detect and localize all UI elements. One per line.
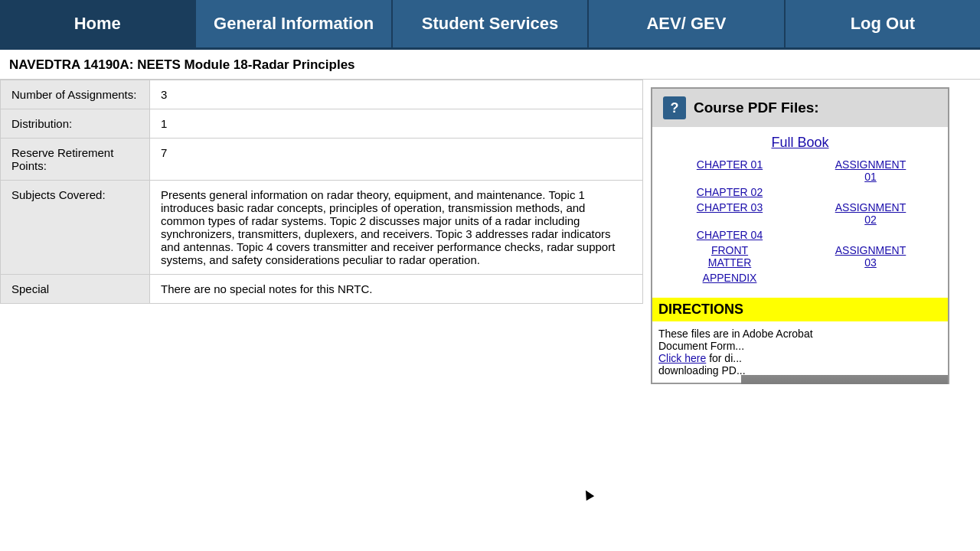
front-matter-link[interactable]: FRONTMATTER bbox=[663, 244, 796, 269]
help-icon: ? bbox=[663, 96, 686, 119]
nav-aev-gev[interactable]: AEV/ GEV bbox=[589, 0, 785, 47]
table-row: SpecialThere are no special notes for th… bbox=[1, 275, 643, 304]
page-title: NAVEDTRA 14190A: NEETS Module 18-Radar P… bbox=[0, 50, 980, 80]
pdf-links-grid: CHAPTER 01 ASSIGNMENT01 CHAPTER 02 CHAPT… bbox=[663, 158, 937, 284]
main-nav: Home General Information Student Service… bbox=[0, 0, 980, 50]
nav-general-information[interactable]: General Information bbox=[196, 0, 392, 47]
panel-body: Full Book CHAPTER 01 ASSIGNMENT01 CHAPTE… bbox=[652, 127, 948, 298]
panel-header: ? Course PDF Files: bbox=[652, 89, 948, 127]
assignment02-link[interactable]: ASSIGNMENT02 bbox=[804, 201, 937, 226]
row-value: 7 bbox=[150, 139, 643, 181]
sidebar-panel: ? Course PDF Files: Full Book CHAPTER 01… bbox=[651, 87, 949, 384]
panel-title: Course PDF Files: bbox=[694, 99, 819, 116]
row-label: Subjects Covered: bbox=[1, 181, 150, 275]
chapter03-link[interactable]: CHAPTER 03 bbox=[663, 201, 796, 226]
row-label: Special bbox=[1, 275, 150, 304]
directions-body: These files are in Adobe Acrobat Documen… bbox=[652, 321, 948, 383]
nav-log-out[interactable]: Log Out bbox=[786, 0, 980, 47]
chapter01-link[interactable]: CHAPTER 01 bbox=[663, 158, 796, 183]
info-table: Number of Assignments:3Distribution:1Res… bbox=[0, 80, 643, 304]
row-value: Presents general information on radar th… bbox=[150, 181, 643, 275]
table-row: Subjects Covered:Presents general inform… bbox=[1, 181, 643, 275]
row-value: There are no special notes for this NRTC… bbox=[150, 275, 643, 304]
chapter04-link[interactable]: CHAPTER 04 bbox=[663, 229, 796, 241]
chapter02-link[interactable]: CHAPTER 02 bbox=[663, 186, 796, 198]
table-row: Reserve Retirement Points:7 bbox=[1, 139, 643, 181]
nav-student-services[interactable]: Student Services bbox=[393, 0, 589, 47]
assignment03-link[interactable]: ASSIGNMENT03 bbox=[804, 244, 937, 269]
nav-home[interactable]: Home bbox=[0, 0, 196, 47]
table-row: Number of Assignments:3 bbox=[1, 80, 643, 109]
click-here-link[interactable]: Click here bbox=[658, 352, 706, 364]
row-value: 1 bbox=[150, 109, 643, 139]
assignment01-link[interactable]: ASSIGNMENT01 bbox=[804, 158, 937, 183]
row-label: Reserve Retirement Points: bbox=[1, 139, 150, 181]
full-book-link[interactable]: Full Book bbox=[663, 135, 937, 151]
video-thumbnail bbox=[741, 375, 948, 384]
appendix-link[interactable]: APPENDIX bbox=[663, 272, 796, 284]
table-row: Distribution:1 bbox=[1, 109, 643, 139]
row-value: 3 bbox=[150, 80, 643, 109]
row-label: Number of Assignments: bbox=[1, 80, 150, 109]
row-label: Distribution: bbox=[1, 109, 150, 139]
directions-bar: DIRECTIONS bbox=[652, 298, 948, 321]
video-person bbox=[741, 375, 948, 384]
